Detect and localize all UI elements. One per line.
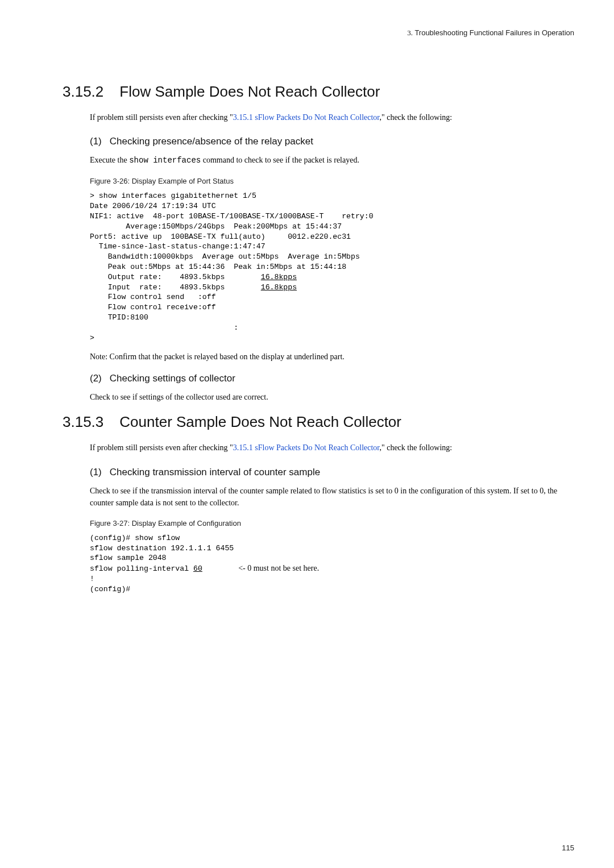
section-heading-3-15-3: 3.15.3Counter Sample Does Not Reach Coll…	[63, 413, 574, 431]
underlined-value: 16.8kpps	[261, 273, 297, 281]
subsection-heading-1: (1)Checking presence/absence of the rela…	[90, 136, 574, 147]
subsection-heading-2: (2)Checking settings of collector	[90, 373, 574, 384]
section-title: Counter Sample Does Not Reach Collector	[119, 413, 401, 430]
subsection-number: (2)	[90, 373, 102, 384]
cross-ref-link[interactable]: 3.15.1 sFlow Packets Do Not Reach Collec…	[233, 443, 380, 452]
cross-ref-link[interactable]: 3.15.1 sFlow Packets Do Not Reach Collec…	[233, 113, 380, 122]
section-title: Flow Sample Does Not Reach Collector	[119, 83, 380, 100]
intro-text-a: If problem still persists even after che…	[90, 443, 233, 452]
note-text: Note: Confirm that the packet is relayed…	[90, 351, 574, 363]
code-block-configuration: (config)# show sflow sflow destination 1…	[90, 533, 574, 595]
figure-title-3-26: Figure 3-26: Display Example of Port Sta…	[90, 177, 574, 185]
section-heading-3-15-2: 3.15.2Flow Sample Does Not Reach Collect…	[63, 83, 574, 101]
subsection-body: Check to see if the transmission interva…	[90, 485, 574, 509]
intro-text-b: ," check the following:	[379, 113, 452, 122]
intro-text-a: If problem still persists even after che…	[90, 113, 233, 122]
code-block-port-status: > show interfaces gigabitethernet 1/5 Da…	[90, 191, 574, 343]
subsection-body: Execute the show interfaces command to c…	[90, 154, 574, 167]
subsection-number: (1)	[90, 136, 102, 147]
subsection-title: Checking transmission interval of counte…	[110, 467, 320, 477]
subsection-number: (1)	[90, 467, 102, 478]
subsection-heading-1: (1)Checking transmission interval of cou…	[90, 467, 574, 478]
subsection-body: Check to see if settings of the collecto…	[90, 391, 574, 403]
section-number: 3.15.3	[63, 413, 103, 431]
inline-command: show interfaces	[129, 156, 201, 165]
intro-text-b: ," check the following:	[379, 443, 452, 452]
figure-title-3-27: Figure 3-27: Display Example of Configur…	[90, 519, 574, 528]
underlined-value: 16.8kpps	[261, 283, 297, 292]
section-number: 3.15.2	[63, 83, 103, 101]
body-text-b: command to check to see if the packet is…	[201, 156, 359, 164]
section-intro: If problem still persists even after che…	[90, 442, 574, 454]
page-number: 115	[562, 844, 574, 852]
inline-annotation: <- 0 must not be set here.	[238, 564, 319, 572]
chapter-number: 3.	[407, 28, 413, 37]
page-header: 3. Troubleshooting Functional Failures i…	[63, 28, 574, 38]
subsection-title: Checking settings of collector	[110, 373, 235, 384]
body-text-a: Execute the	[90, 156, 129, 164]
section-intro: If problem still persists even after che…	[90, 112, 574, 123]
subsection-title: Checking presence/absence of the relay p…	[110, 136, 313, 147]
chapter-title: Troubleshooting Functional Failures in O…	[414, 28, 574, 37]
underlined-value: 60	[193, 564, 202, 573]
